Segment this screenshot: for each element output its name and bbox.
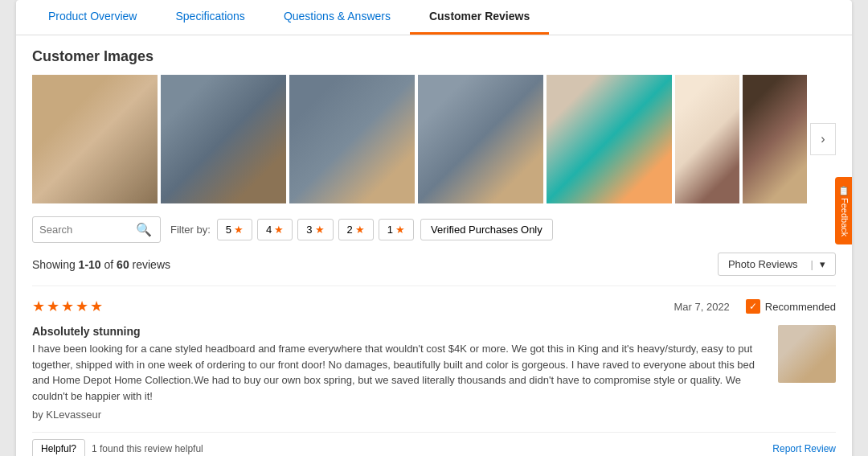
tab-specifications[interactable]: Specifications xyxy=(156,0,264,35)
review-thumbnail-image[interactable] xyxy=(778,325,836,383)
filter-5-star-label: 5 xyxy=(226,224,231,236)
filter-2-star[interactable]: 2★ xyxy=(338,219,374,240)
star-4: ★ xyxy=(76,298,88,315)
recommended-label: Recommended xyxy=(765,301,836,313)
customer-image-4[interactable] xyxy=(418,75,543,203)
customer-image-1[interactable] xyxy=(32,75,158,203)
review-item: ★ ★ ★ ★ ★ Mar 7, 2022 ✓ Recommended Abso… xyxy=(32,298,836,456)
review-date: Mar 7, 2022 xyxy=(674,301,729,313)
star-3: ★ xyxy=(61,298,74,315)
star-filter-buttons: 5★ 4★ 3★ 2★ 1★ xyxy=(217,219,414,240)
customer-images-title: Customer Images xyxy=(32,48,836,65)
filter-1-star[interactable]: 1★ xyxy=(379,219,414,240)
filter-4-star[interactable]: 4★ xyxy=(257,219,293,240)
showing-count: 60 xyxy=(117,258,129,271)
feedback-icon: 📋 xyxy=(839,185,850,195)
tab-customer-reviews[interactable]: Customer Reviews xyxy=(410,0,549,35)
showing-row: Showing 1-10 of 60 reviews Photo Reviews… xyxy=(32,253,836,276)
customer-image-6[interactable] xyxy=(675,75,739,203)
image-strip-next-button[interactable]: › xyxy=(810,123,836,155)
tab-product-overview[interactable]: Product Overview xyxy=(29,0,156,35)
showing-middle: of xyxy=(101,258,117,271)
recommended-check-icon: ✓ xyxy=(746,299,760,314)
review-text-column: Absolutely stunning I have been looking … xyxy=(32,325,765,421)
review-top-row: ★ ★ ★ ★ ★ Mar 7, 2022 ✓ Recommended xyxy=(32,298,836,315)
chevron-down-icon: ▾ xyxy=(820,258,825,270)
helpful-section: Helpful? 1 found this review helpful xyxy=(32,439,203,456)
filter-search-row: 🔍 Filter by: 5★ 4★ 3★ 2★ 1★ Verified Pur… xyxy=(32,216,836,243)
customer-image-3[interactable] xyxy=(289,75,415,203)
filter-by-label: Filter by: xyxy=(170,224,211,236)
showing-text: Showing 1-10 of 60 reviews xyxy=(32,258,170,271)
helpful-count-text: 1 found this review helpful xyxy=(92,443,203,454)
search-icon: 🔍 xyxy=(136,222,152,237)
filter-4-star-label: 4 xyxy=(266,224,272,236)
search-box[interactable]: 🔍 xyxy=(32,216,161,243)
star-icon-5: ★ xyxy=(234,224,244,236)
star-icon-1: ★ xyxy=(395,224,405,236)
review-stars: ★ ★ ★ ★ ★ xyxy=(32,298,103,315)
filter-5-star[interactable]: 5★ xyxy=(217,219,252,240)
filter-2-star-label: 2 xyxy=(347,224,353,236)
star-1: ★ xyxy=(32,298,45,315)
filter-3-star-label: 3 xyxy=(306,224,312,236)
verified-purchases-button[interactable]: Verified Purchases Only xyxy=(420,219,553,240)
feedback-tab[interactable]: 📋 Feedback xyxy=(835,177,852,244)
star-2: ★ xyxy=(47,298,59,315)
star-icon-2: ★ xyxy=(355,224,365,236)
search-input[interactable] xyxy=(39,224,136,236)
review-title: Absolutely stunning xyxy=(32,325,765,338)
helpful-button[interactable]: Helpful? xyxy=(32,439,85,456)
filter-1-star-label: 1 xyxy=(387,224,393,236)
recommended-badge: ✓ Recommended xyxy=(746,299,836,314)
review-body: Absolutely stunning I have been looking … xyxy=(32,325,836,421)
customer-image-2[interactable] xyxy=(161,75,286,203)
showing-range: 1-10 xyxy=(79,258,101,271)
customer-image-5[interactable] xyxy=(547,75,672,203)
star-icon-3: ★ xyxy=(315,224,325,236)
review-footer: Helpful? 1 found this review helpful Rep… xyxy=(32,432,836,456)
reviewer-name: by KLevasseur xyxy=(32,409,765,421)
customer-images-strip: › xyxy=(32,75,836,203)
feedback-label: Feedback xyxy=(840,198,850,236)
filter-3-star[interactable]: 3★ xyxy=(297,219,333,240)
star-icon-4: ★ xyxy=(274,224,284,236)
showing-suffix: reviews xyxy=(129,258,170,271)
showing-prefix: Showing xyxy=(32,258,79,271)
customer-image-7[interactable] xyxy=(743,75,807,203)
report-review-link[interactable]: Report Review xyxy=(772,443,836,454)
star-5: ★ xyxy=(90,298,103,315)
divider xyxy=(32,286,836,286)
review-body-text: I have been looking for a cane styled he… xyxy=(32,341,765,404)
navigation-tabs: Product Overview Specifications Question… xyxy=(16,0,852,35)
tab-questions-answers[interactable]: Questions & Answers xyxy=(264,0,410,35)
sort-dropdown[interactable]: Photo Reviews | ▾ xyxy=(718,253,836,276)
sort-label: Photo Reviews xyxy=(728,258,798,270)
